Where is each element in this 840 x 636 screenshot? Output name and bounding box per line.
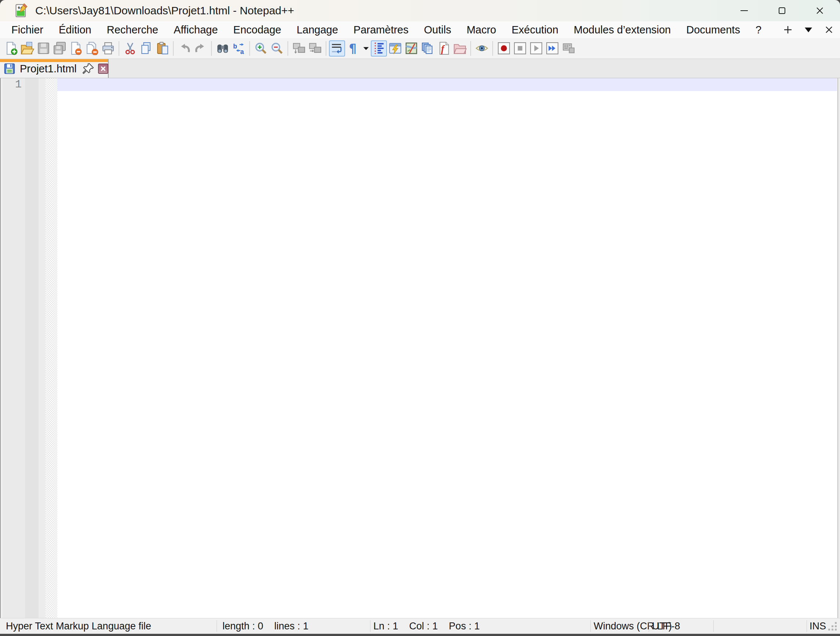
- copy-button[interactable]: [138, 40, 154, 57]
- find-button[interactable]: [215, 40, 231, 57]
- new-file-icon: [5, 41, 18, 55]
- tab-bar-controls: [780, 22, 840, 37]
- menu-item-execution[interactable]: Exécution: [504, 21, 566, 38]
- toolbar-separator: [470, 41, 471, 56]
- resize-grip[interactable]: [825, 621, 838, 632]
- menu-item-encodage[interactable]: Encodage: [226, 21, 289, 38]
- undo-icon: [178, 41, 191, 55]
- close-document-button[interactable]: [821, 22, 837, 37]
- open-file-button[interactable]: [19, 40, 35, 57]
- chevron-down-icon: [803, 24, 814, 35]
- tab-projet1[interactable]: Projet1.html: [0, 59, 109, 78]
- active-tab-accent: [0, 59, 108, 62]
- menu-item-edition[interactable]: Édition: [51, 21, 99, 38]
- sync-vertical-scroll-button[interactable]: [291, 40, 307, 57]
- save-all-icon: [53, 41, 66, 55]
- window-title: C:\Users\Jay81\Downloads\Projet1.html - …: [35, 5, 294, 17]
- window-frame-left: [0, 78, 3, 618]
- menu-item-parametres[interactable]: Paramètres: [346, 21, 416, 38]
- find-icon: [216, 41, 229, 55]
- monitoring-button[interactable]: [474, 40, 490, 57]
- zoom-out-icon: [270, 41, 284, 55]
- pilcrow-icon: ¶: [347, 41, 360, 55]
- stop-macro-recording-button[interactable]: [512, 40, 528, 57]
- print-button[interactable]: [100, 40, 116, 57]
- menu-item-outils[interactable]: Outils: [416, 21, 459, 38]
- redo-button[interactable]: [193, 40, 208, 57]
- save-macro-icon: [562, 41, 575, 55]
- fold-margin[interactable]: [46, 78, 57, 618]
- paste-button[interactable]: [154, 40, 171, 57]
- sync-horizontal-scroll-button[interactable]: [307, 40, 323, 57]
- menu-item-modules-extension[interactable]: Modules d’extension: [566, 21, 679, 38]
- redo-icon: [194, 41, 207, 55]
- menu-item-fichier[interactable]: Fichier: [4, 21, 51, 38]
- notepadpp-window: ++ C:\Users\Jay81\Downloads\Projet1.html…: [0, 0, 840, 634]
- line-number-margin[interactable]: 1: [3, 78, 25, 618]
- new-file-button[interactable]: [3, 40, 19, 57]
- text-editing-area[interactable]: [57, 78, 837, 618]
- save-button[interactable]: [35, 40, 51, 57]
- close-all-button[interactable]: [84, 40, 100, 57]
- menu-item-affichage[interactable]: Affichage: [166, 21, 226, 38]
- menu-item-macro[interactable]: Macro: [459, 21, 504, 38]
- lines-value: lines : 1: [274, 619, 308, 634]
- show-symbol-dropdown-button[interactable]: [361, 40, 371, 57]
- folder-as-workspace-button[interactable]: [452, 40, 468, 57]
- menu-item-recherche[interactable]: Recherche: [99, 21, 166, 38]
- menu-item-documents[interactable]: Documents: [679, 21, 748, 38]
- close-file-button[interactable]: [68, 40, 84, 57]
- code-line[interactable]: [57, 78, 837, 91]
- paste-icon: [156, 41, 169, 55]
- run-macro-multiple-times-button[interactable]: [544, 40, 560, 57]
- folder-as-workspace-icon: [453, 41, 467, 55]
- menu-item-langage[interactable]: Langage: [289, 21, 346, 38]
- save-recorded-macro-button[interactable]: [560, 40, 576, 57]
- close-icon: [814, 5, 826, 16]
- menu-items: FichierÉditionRechercheAffichageEncodage…: [4, 21, 769, 38]
- window-frame-right: [837, 78, 840, 618]
- word-wrap-button[interactable]: [329, 40, 345, 57]
- indentation-guide-button[interactable]: [371, 40, 387, 57]
- cut-button[interactable]: [122, 40, 138, 57]
- fast-forward-icon: [546, 41, 559, 55]
- save-all-button[interactable]: [51, 40, 68, 57]
- new-tab-button[interactable]: [780, 22, 796, 37]
- document-list-button[interactable]: [419, 40, 436, 57]
- bookmark-margin[interactable]: [25, 78, 39, 618]
- encoding-field[interactable]: UTF-8: [652, 619, 680, 634]
- close-x-glyph: [100, 65, 106, 72]
- function-list-button[interactable]: f: [436, 40, 452, 57]
- eye-icon: [475, 41, 489, 55]
- record-macro-button[interactable]: [496, 40, 512, 57]
- doc-switcher-button[interactable]: [387, 40, 403, 57]
- dropdown-arrow-icon: [362, 44, 370, 52]
- zoom-out-button[interactable]: [269, 40, 285, 57]
- undo-button[interactable]: [176, 40, 193, 57]
- line-value: Ln : 1: [373, 619, 398, 634]
- status-separator: [649, 620, 649, 632]
- tab-list-button[interactable]: [801, 22, 816, 37]
- playback-macro-button[interactable]: [528, 40, 544, 57]
- close-button[interactable]: [807, 2, 833, 20]
- document-map-button[interactable]: [403, 40, 419, 57]
- toolbar-separator: [287, 41, 288, 56]
- toolbar-separator: [249, 41, 250, 56]
- maximize-button[interactable]: [769, 2, 795, 20]
- minimize-button[interactable]: [731, 2, 757, 20]
- editor-area: 1: [0, 78, 840, 618]
- save-icon: [37, 41, 50, 55]
- replace-button[interactable]: ba: [231, 40, 247, 57]
- typing-mode-field[interactable]: INS: [810, 619, 826, 634]
- zoom-in-button[interactable]: [253, 40, 269, 57]
- status-separator: [591, 620, 591, 632]
- pin-tab-icon[interactable]: [82, 62, 94, 75]
- toolbar-separator: [118, 41, 119, 56]
- close-icon: [823, 24, 834, 35]
- show-all-characters-button[interactable]: ¶: [345, 40, 361, 57]
- close-tab-icon[interactable]: [98, 63, 108, 74]
- change-history-margin: [39, 78, 46, 618]
- menu-item-aide[interactable]: ?: [748, 21, 769, 38]
- zoom-in-icon: [254, 41, 268, 55]
- function-list-icon: f: [437, 41, 450, 55]
